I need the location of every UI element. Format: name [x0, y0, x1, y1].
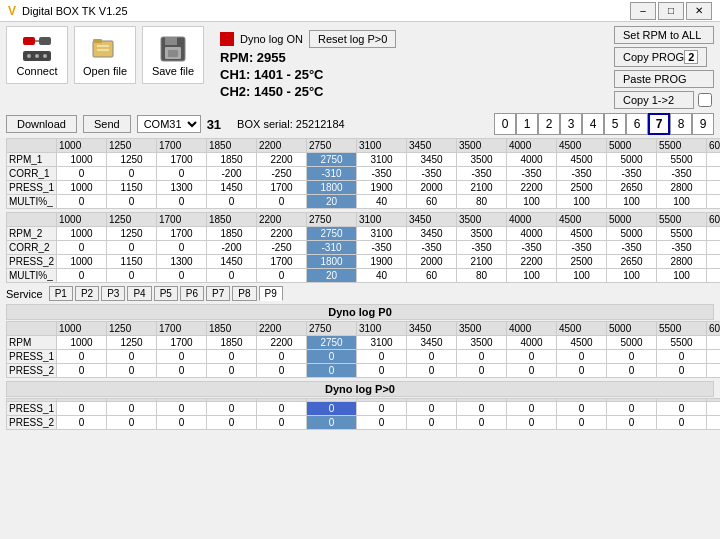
table-cell[interactable]: 1700: [157, 153, 207, 167]
open-file-button[interactable]: Open file: [74, 26, 136, 84]
table-cell[interactable]: 0: [257, 402, 307, 416]
copy-12-checkbox[interactable]: [698, 93, 712, 107]
table-cell[interactable]: 0: [207, 402, 257, 416]
table-cell[interactable]: 100: [707, 195, 721, 209]
table-cell[interactable]: 2650: [607, 181, 657, 195]
table-cell[interactable]: 0: [157, 241, 207, 255]
table-cell[interactable]: 1250: [107, 153, 157, 167]
table-cell[interactable]: 2950: [707, 255, 721, 269]
table-cell[interactable]: 0: [407, 416, 457, 430]
table-cell[interactable]: 0: [657, 416, 707, 430]
table-cell[interactable]: 0: [157, 402, 207, 416]
download-button[interactable]: Download: [6, 115, 77, 133]
table-cell[interactable]: 0: [457, 416, 507, 430]
table-cell[interactable]: 4000: [507, 336, 557, 350]
service-tab-p6[interactable]: P6: [180, 286, 204, 301]
numpad-digit-1[interactable]: 1: [516, 113, 538, 135]
table-cell[interactable]: 4500: [557, 227, 607, 241]
table-cell[interactable]: 0: [107, 402, 157, 416]
table-cell[interactable]: -350: [607, 167, 657, 181]
table-cell[interactable]: 2200: [257, 227, 307, 241]
table-cell[interactable]: 0: [357, 350, 407, 364]
table-cell[interactable]: 3450: [407, 227, 457, 241]
table-cell[interactable]: 0: [607, 416, 657, 430]
table-cell[interactable]: 1900: [357, 181, 407, 195]
com-port-select[interactable]: COM31: [137, 115, 201, 133]
table-cell[interactable]: 0: [507, 416, 557, 430]
table-cell[interactable]: 1250: [107, 336, 157, 350]
table-cell[interactable]: -350: [557, 167, 607, 181]
table-cell[interactable]: -350: [407, 241, 457, 255]
table-cell[interactable]: 100: [557, 269, 607, 283]
table-cell[interactable]: -350: [457, 167, 507, 181]
table-cell[interactable]: 0: [457, 402, 507, 416]
table-cell[interactable]: 0: [557, 416, 607, 430]
table-cell[interactable]: 0: [307, 364, 357, 378]
table-cell[interactable]: 0: [657, 350, 707, 364]
table-cell[interactable]: 1000: [57, 336, 107, 350]
table-cell[interactable]: 100: [607, 269, 657, 283]
table-cell[interactable]: 1150: [107, 255, 157, 269]
table-cell[interactable]: 2000: [407, 181, 457, 195]
table-cell[interactable]: -350: [507, 167, 557, 181]
paste-prog-button[interactable]: Paste PROG: [614, 70, 714, 88]
reset-log-button[interactable]: Reset log P>0: [309, 30, 396, 48]
service-tab-p2[interactable]: P2: [75, 286, 99, 301]
table-cell[interactable]: 2000: [407, 255, 457, 269]
table-cell[interactable]: -350: [557, 241, 607, 255]
table-cell[interactable]: 1300: [157, 181, 207, 195]
table-cell[interactable]: -250: [257, 241, 307, 255]
table-cell[interactable]: 0: [157, 350, 207, 364]
table-cell[interactable]: 1700: [157, 336, 207, 350]
table-cell[interactable]: 5500: [657, 153, 707, 167]
table-cell[interactable]: 100: [507, 195, 557, 209]
table-cell[interactable]: 0: [157, 416, 207, 430]
table-cell[interactable]: 60: [407, 195, 457, 209]
service-tab-p7[interactable]: P7: [206, 286, 230, 301]
service-tab-p9[interactable]: P9: [259, 286, 283, 301]
table-cell[interactable]: 0: [207, 416, 257, 430]
table-cell[interactable]: 3450: [407, 153, 457, 167]
table-cell[interactable]: 60: [407, 269, 457, 283]
table-cell[interactable]: -350: [357, 241, 407, 255]
copy-prog-button[interactable]: Copy PROG 2: [614, 47, 707, 67]
table-cell[interactable]: 100: [607, 195, 657, 209]
service-tab-p5[interactable]: P5: [154, 286, 178, 301]
service-tab-p4[interactable]: P4: [127, 286, 151, 301]
service-tab-p3[interactable]: P3: [101, 286, 125, 301]
table-cell[interactable]: 0: [657, 364, 707, 378]
table-cell[interactable]: 4000: [507, 227, 557, 241]
table-cell[interactable]: 0: [607, 402, 657, 416]
table-cell[interactable]: 0: [407, 350, 457, 364]
table-cell[interactable]: 0: [107, 350, 157, 364]
table-cell[interactable]: 1000: [57, 227, 107, 241]
table-cell[interactable]: 0: [457, 364, 507, 378]
table-cell[interactable]: 20: [307, 195, 357, 209]
table-cell[interactable]: 0: [357, 416, 407, 430]
table-cell[interactable]: 3500: [457, 153, 507, 167]
table-cell[interactable]: 0: [707, 364, 721, 378]
table-cell[interactable]: 0: [607, 364, 657, 378]
table-cell[interactable]: 40: [357, 195, 407, 209]
table-cell[interactable]: 0: [357, 364, 407, 378]
table-cell[interactable]: 3100: [357, 336, 407, 350]
table-cell[interactable]: 4500: [557, 336, 607, 350]
table-cell[interactable]: 5000: [607, 227, 657, 241]
numpad-digit-8[interactable]: 8: [670, 113, 692, 135]
table-cell[interactable]: 3100: [357, 227, 407, 241]
table-cell[interactable]: 3500: [457, 336, 507, 350]
table-cell[interactable]: 0: [407, 364, 457, 378]
table-cell[interactable]: 0: [107, 167, 157, 181]
table-cell[interactable]: 5000: [607, 336, 657, 350]
table-cell[interactable]: 6000: [707, 227, 721, 241]
table-cell[interactable]: -350: [657, 241, 707, 255]
table-cell[interactable]: 0: [607, 350, 657, 364]
table-cell[interactable]: 100: [707, 269, 721, 283]
numpad-digit-5[interactable]: 5: [604, 113, 626, 135]
table-cell[interactable]: 6000: [707, 336, 721, 350]
table-cell[interactable]: 2950: [707, 181, 721, 195]
copy-12-button[interactable]: Copy 1->2: [614, 91, 694, 109]
table-cell[interactable]: 2100: [457, 255, 507, 269]
table-cell[interactable]: -200: [707, 167, 721, 181]
send-button[interactable]: Send: [83, 115, 131, 133]
